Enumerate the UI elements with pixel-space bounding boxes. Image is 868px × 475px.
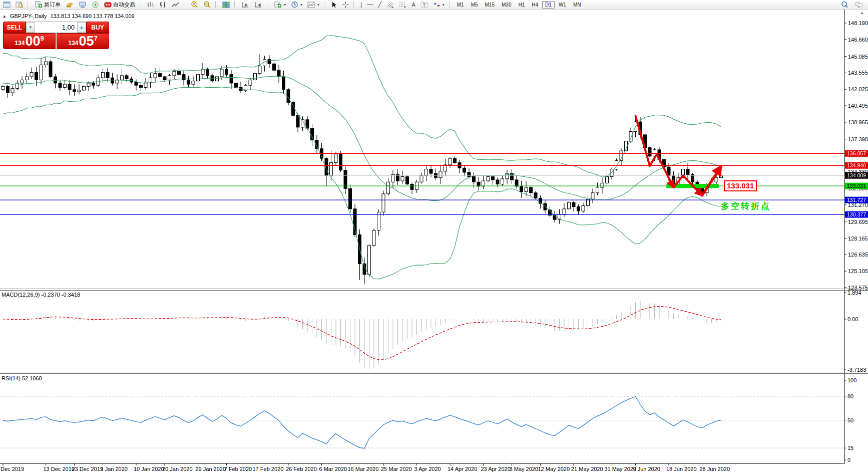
svg-text:129.695: 129.695 — [848, 219, 868, 225]
sell-price[interactable]: 134 00 9 — [3, 33, 56, 49]
main-toolbar: 新订单 自动交易 — [0, 0, 868, 10]
svg-text:136.057: 136.057 — [847, 150, 866, 156]
toolbar-separator — [353, 2, 356, 8]
buy-button[interactable]: BUY — [86, 22, 109, 33]
svg-text:T: T — [422, 3, 425, 8]
equidistant-channel-icon[interactable]: E — [384, 0, 396, 10]
terminal-icon[interactable] — [77, 0, 89, 10]
buy-price-sup: 7 — [94, 35, 97, 42]
toolbar-separator — [449, 2, 452, 8]
svg-text:13 Dec 2019: 13 Dec 2019 — [44, 466, 75, 472]
toolbar-separator — [184, 2, 186, 8]
timeframe-h4[interactable]: H4 — [529, 1, 541, 9]
support-price-callout[interactable]: 133.031 — [724, 180, 757, 191]
svg-text:80: 80 — [847, 393, 853, 399]
market-watch-icon[interactable] — [1, 0, 13, 10]
svg-text:125.105: 125.105 — [848, 268, 868, 274]
tile-windows-icon[interactable] — [220, 0, 232, 10]
fibonacci-icon[interactable]: F — [397, 0, 408, 10]
svg-text:1 Jan 2020: 1 Jan 2020 — [101, 466, 128, 472]
svg-text:25 Mar 2020: 25 Mar 2020 — [381, 466, 412, 472]
data-window-icon[interactable] — [14, 0, 25, 10]
svg-text:137.390: 137.390 — [848, 136, 868, 142]
line-chart-icon[interactable] — [170, 0, 181, 10]
svg-text:28 Jun 2020: 28 Jun 2020 — [700, 466, 730, 472]
toolbar-separator — [215, 2, 218, 8]
text-icon[interactable]: A — [409, 0, 417, 10]
symbol-title: ▲ GBPJPY-,Daily 133.813 134.690 133.778 … — [3, 13, 135, 19]
price-chart-canvas[interactable]: 148.190146.660145.085143.555142.025140.4… — [0, 10, 868, 475]
symbol-ohlc: 133.813 134.690 133.778 134.009 — [50, 13, 134, 19]
zoom-out-icon[interactable] — [201, 0, 213, 10]
indicators-button[interactable]: ▾ — [272, 0, 288, 10]
svg-text:17 Feb 2020: 17 Feb 2020 — [253, 466, 284, 472]
svg-text:29 Jan 2020: 29 Jan 2020 — [196, 466, 226, 472]
svg-text:0.00: 0.00 — [847, 316, 858, 322]
buy-price[interactable]: 134 05 7 — [57, 33, 109, 49]
chevron-down-icon: ▾ — [443, 3, 445, 7]
signals-icon[interactable] — [90, 0, 101, 10]
svg-text:100: 100 — [847, 377, 856, 383]
auto-scroll-icon[interactable] — [239, 0, 251, 10]
direction-up-icon: ▲ — [3, 14, 7, 19]
svg-text:131.727: 131.727 — [847, 197, 866, 203]
chevron-down-icon: ▾ — [317, 3, 319, 7]
zoom-in-icon[interactable] — [189, 0, 200, 10]
svg-text:F: F — [404, 6, 406, 8]
bar-chart-icon[interactable] — [145, 0, 156, 10]
candlestick-chart-icon[interactable] — [157, 0, 169, 10]
timeframe-h1[interactable]: H1 — [515, 1, 528, 9]
svg-text:148.190: 148.190 — [848, 20, 868, 26]
svg-text:134.009: 134.009 — [847, 172, 866, 178]
timeframe-m1[interactable]: M1 — [454, 1, 467, 9]
svg-text:3 May 2020: 3 May 2020 — [510, 466, 538, 472]
chevron-down-icon: ▾ — [300, 3, 302, 7]
search-icon[interactable] — [839, 0, 850, 10]
volume-input[interactable]: 1.00 — [35, 22, 77, 33]
scroll-up-icon[interactable]: ▲ — [860, 11, 864, 15]
svg-text:146.660: 146.660 — [848, 37, 868, 43]
svg-text:20 Jan 2020: 20 Jan 2020 — [162, 466, 193, 472]
chat-icon[interactable] — [852, 0, 865, 10]
crosshair-icon[interactable] — [340, 0, 351, 10]
text-label-icon[interactable]: T — [418, 0, 430, 10]
chart-window[interactable]: 148.190146.660145.085143.555142.025140.4… — [0, 10, 868, 475]
timeframe-mn[interactable]: MN — [570, 1, 584, 9]
chart-shift-icon[interactable] — [252, 0, 264, 10]
svg-text:9 Jun 2020: 9 Jun 2020 — [633, 466, 660, 472]
svg-text:21 May 2020: 21 May 2020 — [571, 466, 603, 472]
sell-button[interactable]: SELL — [3, 22, 26, 33]
svg-text:140.495: 140.495 — [848, 103, 868, 109]
svg-text:15: 15 — [847, 445, 853, 451]
periods-button[interactable]: ▾ — [289, 0, 304, 10]
horizontal-line-icon[interactable]: — — [365, 0, 375, 10]
svg-text:23 Dec 2019: 23 Dec 2019 — [72, 466, 103, 472]
volume-decrease-button[interactable]: ▼ — [26, 22, 35, 33]
timeframe-w1[interactable]: W1 — [556, 1, 569, 9]
turning-point-annotation[interactable]: 多空转折点 — [721, 200, 771, 212]
timeframe-d1[interactable]: D1 — [542, 1, 555, 9]
svg-text:16 Mar 2020: 16 Mar 2020 — [348, 466, 379, 472]
svg-text:143.555: 143.555 — [848, 70, 868, 76]
new-order-button[interactable]: 新订单 — [33, 0, 63, 10]
arrows-icon[interactable]: ▾ — [431, 0, 447, 10]
svg-text:128.165: 128.165 — [848, 235, 868, 242]
templates-button[interactable]: ▾ — [305, 0, 321, 10]
rsi-label: RSI(14) 52.1060 — [2, 375, 42, 381]
history-center-icon[interactable] — [64, 0, 76, 10]
svg-text:Dec 2019: Dec 2019 — [1, 466, 24, 472]
sell-price-prefix: 134 — [15, 40, 25, 47]
timeframe-m5[interactable]: M5 — [468, 1, 481, 9]
svg-text:130.377: 130.377 — [847, 211, 866, 217]
symbol-name: GBPJPY-,Daily — [10, 13, 47, 19]
trendline-icon[interactable]: ╱ — [376, 0, 383, 10]
vertical-line-icon[interactable]: | — [358, 0, 364, 10]
svg-text:7 Feb 2020: 7 Feb 2020 — [224, 466, 252, 472]
cursor-icon[interactable] — [329, 0, 339, 10]
toolbar-separator — [267, 2, 269, 8]
autotrading-label: 自动交易 — [113, 1, 135, 9]
volume-increase-button[interactable]: ▲ — [77, 22, 86, 33]
timeframe-m30[interactable]: M30 — [499, 1, 514, 9]
autotrading-button[interactable]: 自动交易 — [102, 0, 137, 10]
timeframe-m15[interactable]: M15 — [482, 1, 498, 9]
